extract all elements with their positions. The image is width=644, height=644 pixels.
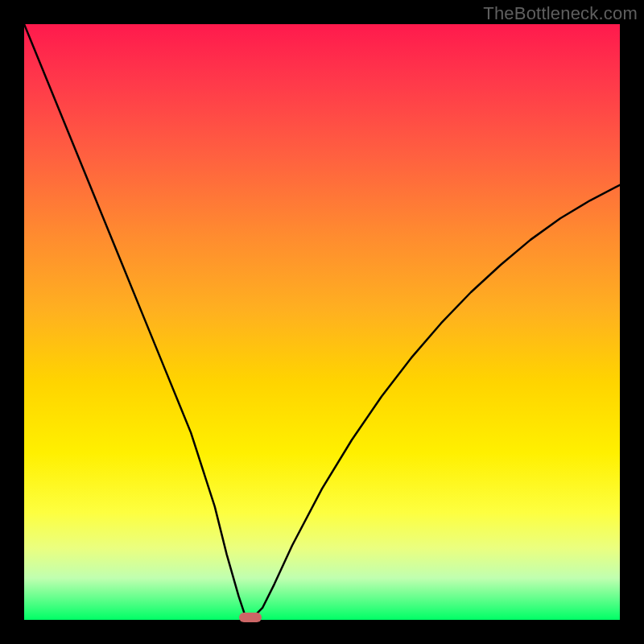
bottleneck-curve bbox=[24, 24, 620, 620]
watermark-text: TheBottleneck.com bbox=[483, 3, 638, 24]
chart-frame: TheBottleneck.com bbox=[0, 0, 644, 644]
bottleneck-point-marker bbox=[239, 613, 262, 622]
plot-area bbox=[24, 24, 620, 620]
